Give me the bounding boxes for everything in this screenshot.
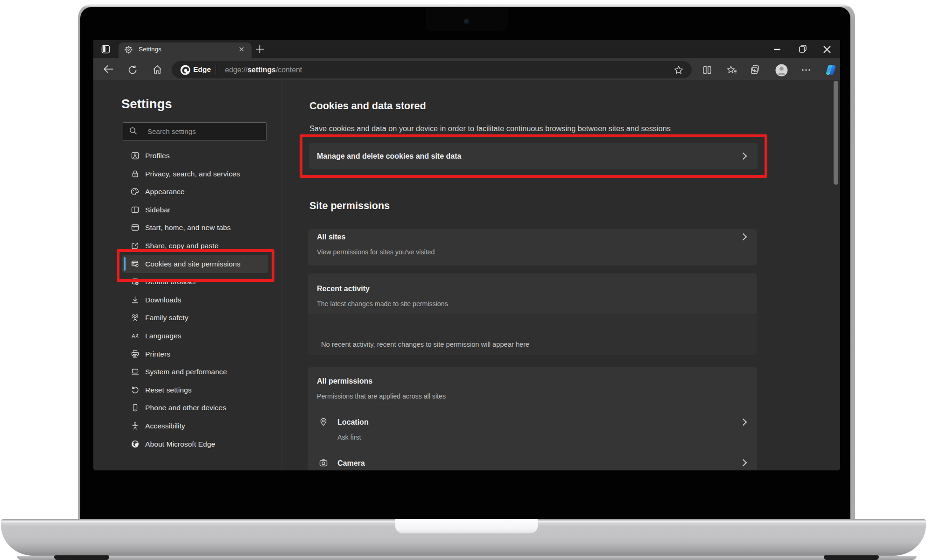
svg-text:A: A: [132, 333, 136, 340]
